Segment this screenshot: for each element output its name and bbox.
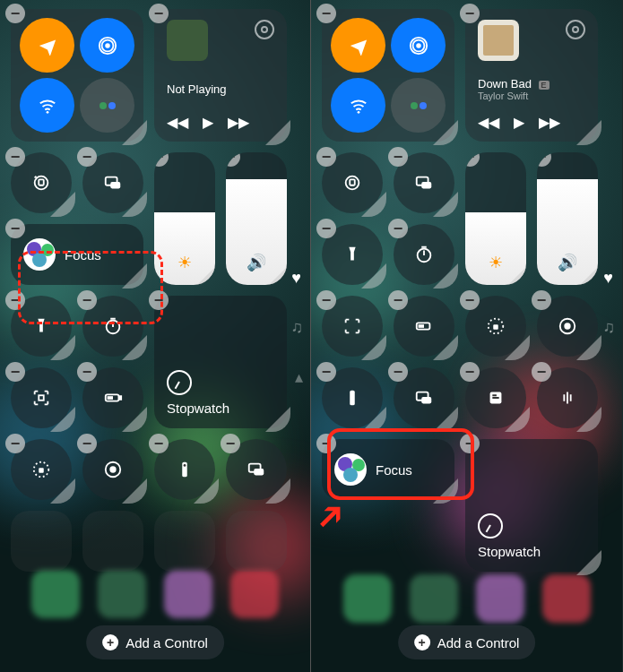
cellular-bluetooth-group[interactable] bbox=[80, 78, 134, 133]
timer-button[interactable]: − bbox=[82, 296, 143, 357]
media-panel[interactable]: − Down Bad E Taylor Swift ◀◀ ▶ ▶▶ bbox=[465, 9, 598, 142]
timer-button[interactable]: − bbox=[394, 224, 454, 285]
remove-badge[interactable]: − bbox=[316, 434, 336, 453]
privacy-lock-button[interactable]: − bbox=[11, 439, 72, 500]
stopwatch-tile[interactable]: − Stopwatch bbox=[465, 439, 598, 572]
remove-badge[interactable]: − bbox=[221, 434, 240, 453]
svg-point-18 bbox=[184, 464, 186, 467]
resize-handle[interactable] bbox=[122, 335, 147, 360]
resize-handle[interactable] bbox=[433, 478, 458, 504]
remote-button[interactable]: − bbox=[154, 439, 215, 500]
play-icon[interactable]: ▶ bbox=[514, 114, 524, 131]
forward-icon[interactable]: ▶▶ bbox=[228, 114, 249, 131]
resize-handle[interactable] bbox=[122, 263, 147, 289]
svg-point-3 bbox=[46, 110, 48, 113]
svg-point-16 bbox=[109, 466, 116, 472]
code-scanner-button[interactable]: − bbox=[322, 296, 383, 357]
remove-badge[interactable]: − bbox=[5, 434, 25, 453]
remove-badge[interactable]: − bbox=[5, 290, 25, 310]
airplane-toggle[interactable] bbox=[331, 18, 385, 73]
remove-badge[interactable]: − bbox=[316, 4, 336, 23]
stopwatch-tile[interactable]: − Stopwatch bbox=[154, 296, 287, 428]
connectivity-panel[interactable]: − bbox=[322, 9, 454, 142]
low-power-button[interactable]: − bbox=[82, 367, 143, 428]
remove-badge[interactable]: − bbox=[77, 362, 97, 382]
remove-badge[interactable]: − bbox=[77, 290, 97, 310]
remove-badge[interactable]: − bbox=[149, 4, 169, 23]
quick-note-button[interactable]: − bbox=[465, 367, 526, 428]
remove-badge[interactable]: − bbox=[5, 4, 25, 23]
empty-slot[interactable] bbox=[226, 511, 287, 572]
flashlight-button[interactable]: − bbox=[322, 224, 383, 285]
low-power-button[interactable]: − bbox=[394, 296, 454, 357]
favorite-heart-icon[interactable]: ♥ bbox=[291, 269, 301, 288]
airplay-icon[interactable] bbox=[566, 20, 585, 39]
wifi-toggle[interactable] bbox=[20, 78, 74, 133]
add-control-button[interactable]: + Add a Control bbox=[398, 625, 536, 659]
screen-mirroring-button[interactable]: − bbox=[394, 152, 454, 213]
volume-slider[interactable]: − 🔊 bbox=[226, 152, 287, 285]
remove-badge[interactable]: − bbox=[5, 147, 25, 167]
svg-rect-9 bbox=[39, 395, 44, 401]
flashlight-button[interactable]: − bbox=[11, 296, 72, 357]
resize-handle[interactable] bbox=[265, 478, 290, 504]
remove-badge[interactable]: − bbox=[226, 152, 240, 167]
cellular-bluetooth-group[interactable] bbox=[391, 78, 446, 133]
explicit-badge: E bbox=[539, 81, 549, 90]
privacy-lock-button[interactable]: − bbox=[465, 296, 526, 357]
sound-recognition-button[interactable]: − bbox=[537, 367, 598, 428]
wifi-toggle[interactable] bbox=[331, 78, 385, 133]
resize-handle[interactable] bbox=[50, 478, 75, 504]
screen-record-button[interactable]: − bbox=[82, 439, 143, 500]
orientation-lock-button[interactable]: − bbox=[11, 152, 72, 213]
focus-tile[interactable]: − Focus bbox=[11, 224, 143, 285]
airplane-toggle[interactable] bbox=[20, 18, 74, 73]
remove-badge[interactable]: − bbox=[460, 434, 480, 453]
svg-point-24 bbox=[357, 110, 359, 113]
remote-button[interactable]: − bbox=[322, 367, 383, 428]
connectivity-panel[interactable]: − bbox=[11, 9, 143, 142]
brightness-slider[interactable]: − ☀ bbox=[154, 152, 215, 285]
rewind-icon[interactable]: ◀◀ bbox=[478, 114, 499, 131]
resize-handle[interactable] bbox=[194, 478, 219, 504]
screen-mirroring-button-2[interactable]: − bbox=[394, 367, 454, 428]
rewind-icon[interactable]: ◀◀ bbox=[167, 114, 188, 131]
resize-handle[interactable] bbox=[122, 192, 147, 217]
airplay-icon[interactable] bbox=[255, 20, 274, 39]
screen-record-button[interactable]: − bbox=[537, 296, 598, 357]
add-control-button[interactable]: + Add a Control bbox=[86, 625, 224, 659]
remove-badge[interactable]: − bbox=[5, 362, 25, 382]
focus-tile[interactable]: − Focus bbox=[322, 439, 454, 500]
svg-point-21 bbox=[416, 43, 421, 48]
screen-mirroring-button[interactable]: − bbox=[82, 152, 143, 213]
remove-badge[interactable]: − bbox=[460, 4, 480, 23]
remove-badge[interactable]: − bbox=[77, 434, 97, 453]
empty-slot[interactable] bbox=[82, 511, 143, 572]
svg-rect-7 bbox=[110, 182, 120, 188]
cell-tower-icon: ▴ bbox=[295, 367, 303, 387]
empty-slot[interactable] bbox=[154, 511, 215, 572]
resize-handle[interactable] bbox=[50, 407, 75, 432]
resize-handle[interactable] bbox=[50, 335, 75, 360]
resize-handle[interactable] bbox=[50, 192, 75, 217]
remove-badge[interactable]: − bbox=[149, 290, 169, 310]
brightness-slider[interactable]: −☀ bbox=[465, 152, 526, 285]
airdrop-toggle[interactable] bbox=[391, 18, 446, 73]
play-icon[interactable]: ▶ bbox=[203, 114, 213, 131]
remove-badge[interactable]: − bbox=[5, 219, 25, 238]
remove-badge[interactable]: − bbox=[77, 147, 97, 167]
focus-label: Focus bbox=[65, 247, 101, 263]
empty-slot[interactable] bbox=[11, 511, 72, 572]
remove-badge[interactable]: − bbox=[149, 434, 169, 453]
screen-mirroring-button-2[interactable]: − bbox=[226, 439, 287, 500]
airdrop-toggle[interactable] bbox=[80, 18, 134, 73]
remove-badge[interactable]: − bbox=[154, 152, 169, 167]
resize-handle[interactable] bbox=[122, 407, 147, 432]
volume-slider[interactable]: −🔊 bbox=[537, 152, 598, 285]
media-panel[interactable]: − Not Playing ◀◀ ▶ ▶▶ bbox=[154, 9, 287, 142]
orientation-lock-button[interactable]: − bbox=[322, 152, 383, 213]
resize-handle[interactable] bbox=[122, 478, 147, 504]
forward-icon[interactable]: ▶▶ bbox=[539, 114, 560, 131]
code-scanner-button[interactable]: − bbox=[11, 367, 72, 428]
favorite-heart-icon[interactable]: ♥ bbox=[603, 269, 613, 288]
